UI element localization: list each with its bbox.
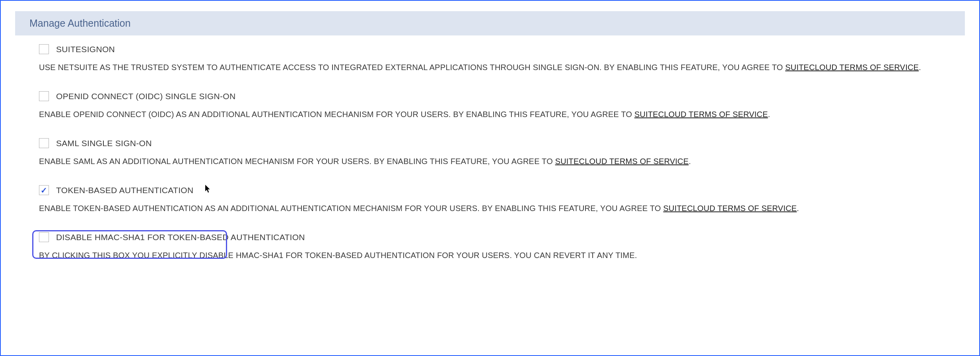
- desc-text: BY CLICKING THIS BOX YOU EXPLICITLY DISA…: [39, 251, 637, 260]
- description-oidc: ENABLE OPENID CONNECT (OIDC) AS AN ADDIT…: [39, 108, 941, 121]
- desc-suffix: .: [919, 63, 921, 72]
- feature-token-based-auth: TOKEN-BASED AUTHENTICATION ENABLE TOKEN-…: [15, 185, 965, 215]
- feature-suitesignon: SUITESIGNON USE NETSUITE AS THE TRUSTED …: [15, 44, 965, 74]
- description-token-based-auth: ENABLE TOKEN-BASED AUTHENTICATION AS AN …: [39, 202, 941, 215]
- label-saml: SAML SINGLE SIGN-ON: [56, 139, 152, 148]
- desc-suffix: .: [797, 204, 799, 213]
- description-disable-hmac-sha1: BY CLICKING THIS BOX YOU EXPLICITLY DISA…: [39, 249, 941, 262]
- desc-prefix: ENABLE SAML AS AN ADDITIONAL AUTHENTICAT…: [39, 157, 555, 166]
- tos-link-token-based-auth[interactable]: SUITECLOUD TERMS OF SERVICE: [663, 204, 797, 213]
- checkbox-suitesignon[interactable]: [39, 44, 49, 54]
- description-suitesignon: USE NETSUITE AS THE TRUSTED SYSTEM TO AU…: [39, 61, 941, 74]
- checkbox-saml[interactable]: [39, 138, 49, 148]
- label-disable-hmac-sha1: DISABLE HMAC-SHA1 FOR TOKEN-BASED AUTHEN…: [56, 233, 305, 242]
- tos-link-suitesignon[interactable]: SUITECLOUD TERMS OF SERVICE: [785, 63, 919, 72]
- section-title: Manage Authentication: [29, 18, 951, 29]
- checkbox-oidc[interactable]: [39, 91, 49, 101]
- description-saml: ENABLE SAML AS AN ADDITIONAL AUTHENTICAT…: [39, 155, 941, 168]
- desc-suffix: .: [768, 110, 770, 119]
- checkbox-token-based-auth[interactable]: [39, 185, 49, 195]
- feature-saml: SAML SINGLE SIGN-ON ENABLE SAML AS AN AD…: [15, 138, 965, 168]
- tos-link-saml[interactable]: SUITECLOUD TERMS OF SERVICE: [555, 157, 689, 166]
- checkbox-disable-hmac-sha1[interactable]: [39, 232, 49, 242]
- feature-oidc: OPENID CONNECT (OIDC) SINGLE SIGN-ON ENA…: [15, 91, 965, 121]
- label-oidc: OPENID CONNECT (OIDC) SINGLE SIGN-ON: [56, 92, 235, 101]
- desc-suffix: .: [689, 157, 691, 166]
- label-suitesignon: SUITESIGNON: [56, 45, 115, 54]
- feature-disable-hmac-sha1: DISABLE HMAC-SHA1 FOR TOKEN-BASED AUTHEN…: [15, 232, 965, 262]
- desc-prefix: ENABLE OPENID CONNECT (OIDC) AS AN ADDIT…: [39, 110, 634, 119]
- label-token-based-auth: TOKEN-BASED AUTHENTICATION: [56, 186, 193, 195]
- desc-prefix: ENABLE TOKEN-BASED AUTHENTICATION AS AN …: [39, 204, 663, 213]
- section-header: Manage Authentication: [15, 11, 965, 35]
- desc-prefix: USE NETSUITE AS THE TRUSTED SYSTEM TO AU…: [39, 63, 785, 72]
- tos-link-oidc[interactable]: SUITECLOUD TERMS OF SERVICE: [634, 110, 768, 119]
